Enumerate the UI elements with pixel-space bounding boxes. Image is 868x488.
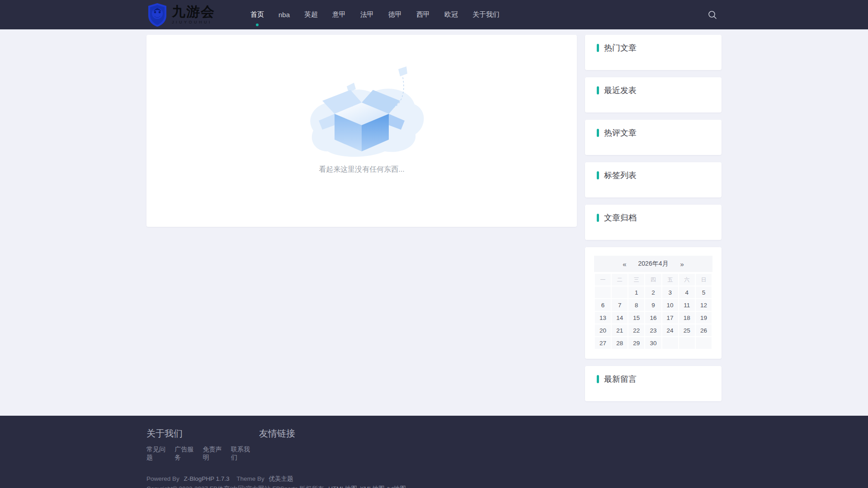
calendar-week-row: 13141516171819 (595, 312, 712, 324)
calendar-day-cell[interactable]: 25 (679, 324, 695, 336)
calendar-day-header: 日 (696, 274, 712, 286)
calendar-empty-cell (662, 337, 678, 349)
search-button[interactable] (703, 6, 722, 24)
calendar-month-title: 2026年4月 (638, 260, 669, 268)
theme-link[interactable]: 优美主题 (269, 475, 293, 482)
widget-title: 热评文章 (597, 127, 710, 138)
calendar-day-cell[interactable]: 15 (628, 312, 644, 324)
calendar-week-row: 27282930 (595, 337, 712, 349)
calendar-day-cell[interactable]: 14 (612, 312, 627, 324)
widget-card-热评文章: 热评文章 (585, 120, 722, 155)
footer-link-免责声明[interactable]: 免责声明 (203, 446, 223, 462)
calendar-table: 一二三四五六日 12345678910111213141516171819202… (594, 273, 712, 350)
widget-accent-bar (597, 129, 599, 137)
nav-item-西甲[interactable]: 西甲 (409, 0, 437, 29)
calendar-day-cell[interactable]: 21 (612, 324, 627, 336)
sidebar-widgets-top: 热门文章最近发表热评文章标签列表文章归档 (585, 35, 722, 240)
calendar-day-cell[interactable]: 18 (679, 312, 695, 324)
calendar-day-header: 三 (628, 274, 644, 286)
calendar-day-cell[interactable]: 10 (662, 299, 678, 311)
widget-card-最近发表: 最近发表 (585, 77, 722, 113)
calendar-day-cell[interactable]: 17 (662, 312, 678, 324)
widget-card-文章归档: 文章归档 (585, 205, 722, 240)
calendar-week-row: 20212223242526 (595, 324, 712, 336)
calendar-header: « 2026年4月 » (594, 256, 712, 272)
widget-card-标签列表: 标签列表 (585, 162, 722, 197)
calendar-day-cell[interactable]: 19 (696, 312, 712, 324)
nav-item-法甲[interactable]: 法甲 (353, 0, 381, 29)
widget-accent-bar (597, 86, 599, 94)
calendar-day-header: 一 (595, 274, 611, 286)
calendar-day-cell[interactable]: 2 (645, 286, 661, 298)
widget-accent-bar (597, 44, 599, 52)
calendar-day-cell[interactable]: 28 (612, 337, 627, 349)
sidebar-widgets-bottom: 最新留言 (585, 366, 722, 401)
nav-item-意甲[interactable]: 意甲 (325, 0, 353, 29)
widget-card-最新留言: 最新留言 (585, 366, 722, 401)
calendar-day-cell[interactable]: 29 (628, 337, 644, 349)
calendar-day-cell[interactable]: 24 (662, 324, 678, 336)
calendar-day-cell[interactable]: 1 (628, 286, 644, 298)
footer-friends-column: 友情链接 (259, 427, 295, 462)
calendar-day-cell[interactable]: 16 (645, 312, 661, 324)
main-nav: 首页nba英超意甲法甲德甲西甲欧冠关于我们 (243, 0, 507, 29)
widget-title-text: 热评文章 (604, 127, 637, 138)
footer-link-常见问题[interactable]: 常见问题 (146, 446, 166, 462)
calendar-day-cell[interactable]: 6 (595, 299, 611, 311)
calendar-day-cell[interactable]: 3 (662, 286, 678, 298)
sitemap-link-HTML地图[interactable]: HTML地图 (328, 485, 357, 488)
calendar-day-cell[interactable]: 26 (696, 324, 712, 336)
copyright-line: Copyright© 2022-2027 FB体育(中国)官方网站-FBSpor… (146, 484, 722, 488)
calendar-day-cell[interactable]: 23 (645, 324, 661, 336)
powered-platform-link[interactable]: Z-BlogPHP 1.7.3 (184, 475, 230, 482)
sitemap-link-XML地图[interactable]: XML地图 (360, 485, 385, 488)
calendar-empty-cell (696, 337, 712, 349)
calendar-day-cell[interactable]: 30 (645, 337, 661, 349)
nav-item-关于我们[interactable]: 关于我们 (465, 0, 507, 29)
copyright-text: Copyright© 2022-2027 FB体育(中国)官方网站-FBSpor… (146, 485, 324, 488)
calendar-next-button[interactable]: » (676, 260, 687, 268)
powered-prefix: Powered By (146, 475, 179, 482)
nav-item-德甲[interactable]: 德甲 (381, 0, 409, 29)
widget-card-热门文章: 热门文章 (585, 35, 722, 70)
site-logo[interactable]: 九游会 JIUYOUHUI (146, 3, 215, 27)
lion-shield-icon (146, 3, 168, 27)
calendar-day-cell[interactable]: 13 (595, 312, 611, 324)
empty-box-illustration (296, 63, 427, 159)
nav-item-英超[interactable]: 英超 (297, 0, 325, 29)
calendar-day-cell[interactable]: 11 (679, 299, 695, 311)
calendar-day-cell[interactable]: 7 (612, 299, 627, 311)
widget-title-text: 文章归档 (604, 212, 637, 223)
widget-title-text: 最新留言 (604, 374, 637, 385)
widget-title: 文章归档 (597, 212, 710, 223)
sidebar: 热门文章最近发表热评文章标签列表文章归档 « 2026年4月 » 一二三四五六日… (585, 35, 722, 408)
footer-about-title: 关于我们 (146, 427, 259, 440)
powered-by-line: Powered By Z-BlogPHP 1.7.3 Theme By 优美主题 (146, 474, 722, 484)
sitemap-link-txt地图[interactable]: txt地图 (387, 485, 406, 488)
widget-title-text: 热门文章 (604, 42, 637, 53)
calendar-day-cell[interactable]: 20 (595, 324, 611, 336)
calendar-day-cell[interactable]: 9 (645, 299, 661, 311)
nav-item-欧冠[interactable]: 欧冠 (437, 0, 465, 29)
calendar-day-cell[interactable]: 5 (696, 286, 712, 298)
nav-item-首页[interactable]: 首页 (243, 0, 271, 29)
footer-about-links: 常见问题广告服务免责声明联系我们 (146, 446, 259, 462)
site-footer: 关于我们 常见问题广告服务免责声明联系我们 友情链接 Powered By Z-… (0, 416, 868, 488)
search-icon (708, 10, 717, 20)
calendar-day-header: 二 (612, 274, 627, 286)
calendar-day-cell[interactable]: 12 (696, 299, 712, 311)
nav-item-nba[interactable]: nba (271, 0, 297, 29)
calendar-prev-button[interactable]: « (619, 260, 630, 268)
widget-title: 最近发表 (597, 85, 710, 96)
calendar-day-cell[interactable]: 4 (679, 286, 695, 298)
calendar-day-cell[interactable]: 8 (628, 299, 644, 311)
calendar-day-header: 六 (679, 274, 695, 286)
footer-meta: Powered By Z-BlogPHP 1.7.3 Theme By 优美主题… (146, 474, 722, 488)
footer-link-广告服务[interactable]: 广告服务 (175, 446, 194, 462)
footer-link-联系我们[interactable]: 联系我们 (231, 446, 251, 462)
calendar-week-row: 12345 (595, 286, 712, 298)
footer-friends-title: 友情链接 (259, 427, 295, 440)
widget-title: 标签列表 (597, 170, 710, 181)
calendar-day-cell[interactable]: 22 (628, 324, 644, 336)
calendar-day-cell[interactable]: 27 (595, 337, 611, 349)
